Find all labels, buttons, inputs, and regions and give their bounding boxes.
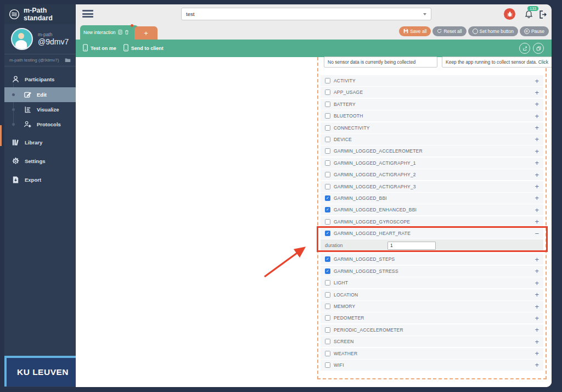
sensor-row[interactable]: ✓GARMIN_LOGGED_BBI+ [321, 193, 543, 204]
sidebar-item-export[interactable]: Export [4, 171, 76, 188]
sensor-checkbox[interactable] [325, 304, 330, 309]
sensor-row[interactable]: LOCATION+ [321, 289, 543, 300]
expand-icon[interactable]: + [535, 218, 539, 225]
sensor-checkbox[interactable]: ✓ [325, 207, 330, 212]
notifications-bell-icon[interactable] [524, 10, 533, 21]
sensor-checkbox[interactable] [325, 280, 330, 285]
sensor-checkbox[interactable] [325, 148, 330, 154]
copy-icon[interactable] [533, 43, 544, 54]
save-all-button[interactable]: Save all [399, 26, 431, 36]
sensor-row[interactable]: CONNECTIVITY+ [321, 122, 543, 133]
sensor-row[interactable]: GARMIN_LOGGED_ACTIGRAPHY_1+ [321, 158, 543, 169]
expand-icon[interactable]: + [535, 113, 539, 120]
sensor-checkbox[interactable] [325, 315, 330, 321]
expand-icon[interactable]: + [535, 100, 539, 108]
sensor-row[interactable]: ✓GARMIN_LOGGED_STRESS+ [321, 266, 543, 277]
expand-icon[interactable]: + [535, 194, 539, 201]
expand-icon[interactable]: + [535, 183, 539, 190]
sensor-checkbox[interactable]: ✓ [325, 195, 330, 201]
sensor-row[interactable]: MEMORY+ [321, 301, 543, 312]
user-block[interactable]: m-path @9dmv7 [4, 24, 76, 54]
sensor-checkbox[interactable]: ✓ [325, 256, 330, 262]
reset-all-button[interactable]: Reset all [432, 26, 466, 36]
sidebar-item-library[interactable]: Library [4, 134, 76, 150]
sidebar-item-protocols[interactable]: Protocols [4, 117, 76, 132]
expand-icon[interactable]: + [535, 267, 539, 275]
sensor-row[interactable]: GARMIN_LOGGED_ACCELEROMETER+ [321, 145, 543, 156]
sensor-checkbox[interactable] [325, 172, 330, 177]
sensor-checkbox[interactable] [325, 362, 330, 368]
expand-icon[interactable]: + [535, 89, 539, 96]
sensor-row[interactable]: PERIODIC_ACCELEROMETER+ [321, 324, 543, 335]
sensor-row[interactable]: PEDOMETER+ [321, 312, 543, 323]
expand-icon[interactable]: + [535, 159, 539, 166]
sensor-checkbox[interactable] [325, 160, 330, 166]
sidebar-item-participants[interactable]: Participants [4, 71, 76, 87]
bug-report-icon[interactable] [504, 8, 515, 20]
expand-icon[interactable]: + [535, 148, 539, 155]
sensor-row[interactable]: APP_USAGE+ [321, 87, 543, 98]
sensor-row[interactable]: WIFI+ [321, 360, 543, 371]
sensor-checkbox[interactable] [325, 292, 330, 298]
sensor-checkbox[interactable] [325, 339, 330, 344]
sensor-checkbox[interactable] [325, 78, 330, 83]
tab-new-interaction[interactable]: New interaction [80, 25, 138, 40]
sensor-checkbox[interactable] [325, 125, 330, 131]
sensor-checkbox[interactable] [325, 351, 330, 356]
sensor-checkbox[interactable] [325, 219, 330, 225]
sensor-row[interactable]: GARMIN_LOGGED_ACTIGRAPHY_2+ [321, 169, 543, 180]
expand-icon[interactable]: + [535, 291, 539, 298]
send-to-client-button[interactable]: Send to client [123, 44, 164, 53]
sensor-checkbox[interactable]: ✓ [325, 268, 330, 274]
sensor-checkbox[interactable] [325, 102, 330, 107]
trash-icon[interactable] [125, 30, 129, 36]
sensor-checkbox[interactable] [325, 327, 330, 333]
sidebar-item-visualize[interactable]: Visualize [4, 102, 76, 117]
expand-icon[interactable]: + [535, 171, 539, 178]
sensor-hint-box[interactable]: Keep the app running to collect sensor d… [442, 57, 552, 68]
sensor-row[interactable]: LIGHT+ [321, 277, 543, 288]
collapse-icon[interactable]: − [535, 230, 539, 237]
sensor-row[interactable]: ✓GARMIN_LOGGED_HEART_RATE− [321, 228, 543, 239]
sensor-checkbox[interactable] [325, 137, 330, 142]
sensor-row[interactable]: DEVICE+ [321, 134, 543, 145]
sensor-row[interactable]: GARMIN_LOGGED_GYROSCOPE+ [321, 216, 543, 227]
sensor-checkbox[interactable] [325, 113, 330, 119]
expand-icon[interactable]: + [535, 124, 539, 131]
sensor-row[interactable]: ACTIVITY+ [321, 75, 543, 86]
test-on-me-button[interactable]: Test on me [83, 44, 116, 53]
expand-icon[interactable]: + [535, 136, 539, 143]
expand-icon[interactable]: + [535, 326, 539, 333]
hamburger-menu-icon[interactable] [82, 10, 93, 18]
sidebar-item-edit[interactable]: Edit [4, 87, 76, 102]
sensor-row[interactable]: GARMIN_LOGGED_ACTIGRAPHY_3+ [321, 181, 543, 192]
sensor-row[interactable]: SCREEN+ [321, 336, 543, 347]
expand-icon[interactable]: + [535, 303, 539, 310]
expand-icon[interactable]: + [535, 361, 539, 368]
sensor-row[interactable]: BLUETOOTH+ [321, 110, 543, 121]
study-select[interactable]: test [181, 8, 431, 20]
sensor-row[interactable]: ✓GARMIN_LOGGED_STEPS+ [321, 254, 543, 265]
expand-icon[interactable]: + [535, 206, 539, 214]
project-selector[interactable]: m-path testing (@9dmv7) [4, 54, 76, 66]
pause-button[interactable]: Pause [520, 26, 549, 36]
sensor-row[interactable]: ✓GARMIN_LOGGED_ENHANCED_BBI+ [321, 204, 543, 215]
sensor-checkbox[interactable] [325, 184, 330, 189]
expand-icon[interactable]: + [535, 279, 539, 287]
sensor-checkbox[interactable] [325, 89, 330, 95]
expand-icon[interactable]: + [535, 338, 539, 345]
sensor-row[interactable]: WEATHER+ [321, 348, 543, 359]
sidebar-item-settings[interactable]: Settings [4, 153, 76, 169]
sensor-checkbox[interactable]: ✓ [325, 231, 330, 236]
share-icon[interactable] [519, 43, 530, 54]
expand-icon[interactable]: + [535, 350, 539, 357]
sensor-status-box[interactable]: No sensor data is currently being collec… [324, 57, 437, 68]
param-input[interactable] [387, 242, 436, 250]
expand-icon[interactable]: + [535, 315, 539, 322]
sensor-row[interactable]: BATTERY+ [321, 99, 543, 110]
set-home-button[interactable]: Set home button [468, 26, 518, 36]
expand-icon[interactable]: + [535, 77, 539, 85]
expand-icon[interactable]: + [535, 256, 539, 263]
logout-icon[interactable] [538, 10, 548, 21]
tab-add[interactable]: + [134, 26, 158, 40]
